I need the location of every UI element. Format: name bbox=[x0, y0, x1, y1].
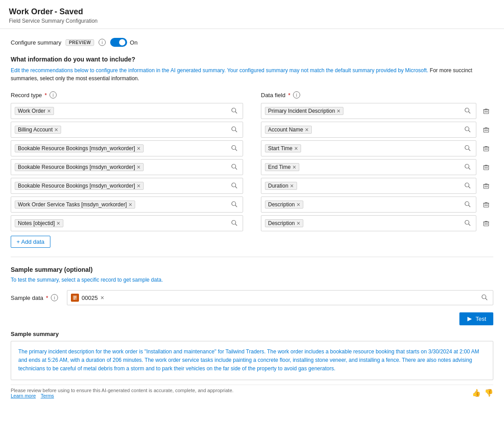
sample-data-label: Sample data * i bbox=[11, 294, 58, 301]
remove-description-1[interactable]: × bbox=[297, 201, 300, 208]
feedback-icons: 👍 👎 bbox=[472, 389, 493, 397]
remove-bookable-3[interactable]: × bbox=[137, 183, 140, 189]
record-type-required: * bbox=[45, 92, 47, 98]
record-type-tag-6: Notes [objectid] × bbox=[15, 219, 63, 227]
search-icon-0[interactable] bbox=[229, 107, 239, 116]
left-column: Record type * i Work Order × bbox=[11, 91, 252, 248]
search-icon-6[interactable] bbox=[229, 219, 239, 228]
data-field-row-3: End Time × bbox=[261, 159, 493, 175]
page-title: Work Order bbox=[9, 7, 53, 16]
data-field-inner-6: Description × bbox=[261, 215, 476, 231]
remove-description-2[interactable]: × bbox=[297, 220, 300, 226]
remove-start-time[interactable]: × bbox=[294, 145, 298, 152]
sample-summary-section: Sample summary (optional) To test the su… bbox=[11, 266, 493, 401]
data-search-icon-6[interactable] bbox=[463, 219, 472, 228]
search-icon-5[interactable] bbox=[229, 200, 239, 209]
record-type-tag-0: Work Order × bbox=[15, 107, 54, 115]
record-type-field-text-6: Notes [objectid] × bbox=[15, 219, 229, 227]
delete-data-field-2[interactable] bbox=[479, 140, 493, 156]
data-field-text-3: End Time × bbox=[265, 163, 463, 171]
remove-work-order-service[interactable]: × bbox=[128, 201, 132, 208]
sample-data-search-icon[interactable] bbox=[479, 293, 489, 303]
remove-duration[interactable]: × bbox=[290, 183, 293, 189]
remove-bookable-2[interactable]: × bbox=[137, 164, 140, 170]
data-search-icon-3[interactable] bbox=[463, 163, 472, 172]
toggle-switch[interactable] bbox=[110, 38, 127, 47]
svg-line-36 bbox=[469, 168, 471, 169]
data-field-row-0: Primary Incident Description × bbox=[261, 103, 493, 119]
what-info-description: Edit the recommendations below to config… bbox=[11, 66, 493, 82]
data-search-icon-2[interactable] bbox=[463, 144, 472, 153]
data-field-row-2: Start Time × bbox=[261, 140, 493, 156]
data-field-row-6: Description × bbox=[261, 215, 493, 231]
test-row: Test bbox=[11, 312, 493, 325]
search-icon-1[interactable] bbox=[229, 125, 239, 135]
data-field-inner-2: Start Time × bbox=[261, 140, 476, 156]
data-field-tag-5: Description × bbox=[265, 201, 303, 209]
footer-links[interactable]: Learn more Terms bbox=[11, 393, 234, 398]
delete-data-field-1[interactable] bbox=[479, 122, 493, 138]
remove-sample-data[interactable]: × bbox=[100, 295, 104, 301]
data-search-icon-0[interactable] bbox=[463, 107, 472, 116]
data-search-icon-1[interactable] bbox=[463, 125, 472, 135]
learn-more-link[interactable]: Learn more bbox=[11, 393, 36, 398]
data-search-icon-5[interactable] bbox=[463, 200, 472, 209]
remove-work-order[interactable]: × bbox=[47, 108, 51, 114]
delete-data-field-0[interactable] bbox=[479, 103, 493, 119]
toggle-container[interactable]: On bbox=[110, 38, 137, 47]
svg-line-57 bbox=[469, 224, 471, 225]
data-field-row-4: Duration × bbox=[261, 178, 493, 194]
remove-notes[interactable]: × bbox=[57, 220, 60, 226]
record-type-row-1: Billing Account × bbox=[11, 122, 243, 138]
terms-link[interactable]: Terms bbox=[41, 393, 54, 398]
record-type-tag-3: Bookable Resource Bookings [msdyn_workor… bbox=[15, 163, 144, 171]
info-icon-data-field[interactable]: i bbox=[293, 91, 300, 98]
record-type-field-text-0: Work Order × bbox=[15, 107, 229, 115]
record-type-tag-4: Bookable Resource Bookings [msdyn_workor… bbox=[15, 182, 144, 190]
record-type-row-0: Work Order × bbox=[11, 103, 243, 119]
sample-data-required: * bbox=[46, 295, 48, 301]
data-field-text-4: Duration × bbox=[265, 182, 463, 190]
sample-summary-desc: To test the summary, select a specific r… bbox=[11, 277, 493, 283]
thumbs-down-button[interactable]: 👎 bbox=[484, 389, 493, 397]
data-field-row-5: Description × bbox=[261, 197, 493, 213]
data-field-inner-3: End Time × bbox=[261, 159, 476, 175]
search-icon-3[interactable] bbox=[229, 163, 239, 172]
delete-data-field-6[interactable] bbox=[479, 215, 493, 231]
summary-result-label: Sample summary bbox=[11, 331, 493, 337]
data-field-tag-4: Duration × bbox=[265, 182, 297, 190]
add-data-button[interactable]: + Add data bbox=[11, 236, 50, 248]
data-field-inner-0: Primary Incident Description × bbox=[261, 103, 476, 119]
sample-data-row: Sample data * i 00025 × bbox=[11, 290, 493, 305]
search-icon-2[interactable] bbox=[229, 144, 239, 153]
sample-summary-title: Sample summary (optional) bbox=[11, 266, 493, 273]
sample-data-input[interactable]: 00025 × bbox=[67, 290, 493, 305]
data-field-tag-3: End Time × bbox=[265, 163, 299, 171]
info-icon-record-type[interactable]: i bbox=[50, 91, 57, 98]
record-type-row-3: Bookable Resource Bookings [msdyn_workor… bbox=[11, 159, 243, 175]
thumbs-up-button[interactable]: 👍 bbox=[472, 389, 481, 397]
page-subtitle: Field Service Summary Configuration bbox=[9, 18, 495, 24]
saved-label: - Saved bbox=[54, 7, 83, 16]
footer-left: Please review before using to ensure thi… bbox=[11, 388, 234, 398]
svg-line-22 bbox=[469, 130, 471, 132]
delete-data-field-4[interactable] bbox=[479, 178, 493, 194]
search-icon-4[interactable] bbox=[229, 181, 239, 191]
remove-primary-incident[interactable]: × bbox=[337, 108, 340, 114]
info-icon-configure[interactable]: i bbox=[99, 39, 106, 46]
delete-data-field-3[interactable] bbox=[479, 159, 493, 175]
remove-bookable-1[interactable]: × bbox=[137, 145, 140, 152]
data-field-inner-4: Duration × bbox=[261, 178, 476, 194]
remove-billing-account[interactable]: × bbox=[54, 127, 58, 133]
page-header: Work Order - Saved Field Service Summary… bbox=[0, 0, 504, 29]
remove-account-name[interactable]: × bbox=[305, 127, 309, 133]
right-column: Data field * i Primary Incident Descript… bbox=[252, 91, 493, 248]
test-button[interactable]: Test bbox=[459, 312, 493, 325]
svg-line-68 bbox=[486, 298, 487, 300]
remove-end-time[interactable]: × bbox=[293, 164, 296, 170]
info-icon-sample-data[interactable]: i bbox=[51, 294, 58, 301]
delete-data-field-5[interactable] bbox=[479, 197, 493, 213]
svg-line-29 bbox=[469, 149, 471, 151]
data-search-icon-4[interactable] bbox=[463, 181, 472, 191]
sample-summary-text-box: The primary incident description for the… bbox=[11, 341, 493, 380]
